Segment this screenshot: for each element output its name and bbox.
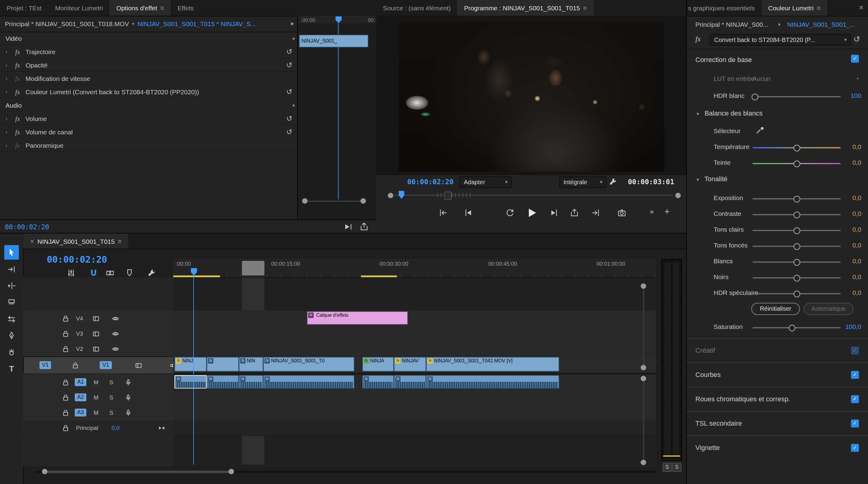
expand-icon[interactable]: ›: [5, 48, 11, 54]
lift-button[interactable]: [569, 208, 579, 218]
track-row-a1[interactable]: fx fx fx fx fx fx fx: [173, 374, 656, 390]
chevron-down-icon[interactable]: ▾: [132, 21, 134, 26]
solo-left-button[interactable]: S: [662, 463, 672, 472]
play-around-icon[interactable]: [343, 222, 353, 232]
section-audio[interactable]: Audio ▴: [0, 98, 297, 112]
vertical-scrollbar-track[interactable]: [643, 381, 644, 460]
track-output-icon[interactable]: [134, 361, 143, 369]
step-back-button[interactable]: [463, 208, 473, 218]
track-row-a2[interactable]: [173, 390, 656, 405]
tab-lumetri-monitor[interactable]: Moniteur Lumetri: [48, 0, 110, 16]
reset-effect-icon[interactable]: ↺: [286, 114, 292, 123]
snap-icon[interactable]: [89, 268, 98, 278]
section-color-wheels-checkbox[interactable]: ✓: [851, 395, 859, 403]
track-row-v4[interactable]: fx Calque d'effets: [173, 311, 656, 327]
slider-value[interactable]: 0,0: [838, 257, 861, 265]
mini-scrollbar-handle-right[interactable]: [361, 198, 366, 204]
panel-menu-icon[interactable]: ≡: [160, 4, 164, 11]
track-name[interactable]: A1: [75, 378, 86, 386]
program-current-timecode[interactable]: 00:00:02:20: [407, 178, 454, 186]
tab-effects[interactable]: Effets: [171, 0, 200, 16]
audio-clip[interactable]: fx: [239, 375, 263, 389]
lock-icon[interactable]: [61, 344, 70, 353]
tint-slider[interactable]: [752, 163, 841, 164]
scroll-handle[interactable]: [641, 376, 646, 381]
lock-icon[interactable]: [61, 378, 70, 386]
master-pan-value[interactable]: 0,0: [112, 424, 119, 431]
solo-button[interactable]: S: [110, 394, 113, 401]
track-row-v2[interactable]: [173, 341, 656, 357]
reset-effect-icon[interactable]: ↺: [286, 127, 292, 136]
zoom-handle-left[interactable]: [42, 469, 48, 474]
mute-button[interactable]: M: [94, 379, 98, 386]
slider-handle[interactable]: [793, 259, 800, 266]
more-buttons-chevron[interactable]: »: [650, 207, 654, 216]
expand-icon[interactable]: ›: [5, 88, 11, 95]
track-name[interactable]: A3: [75, 409, 86, 417]
tool-selection[interactable]: [4, 245, 19, 260]
zoom-level-select[interactable]: Adapter ▾: [460, 176, 512, 188]
adjustment-layer-clip[interactable]: fx Calque d'effets: [307, 311, 408, 325]
hdr-white-slider[interactable]: [752, 96, 841, 97]
contrast-slider[interactable]: [752, 214, 841, 215]
tool-razor[interactable]: [4, 295, 19, 309]
track-row-v3[interactable]: [173, 326, 656, 342]
audio-clip[interactable]: fx: [263, 375, 354, 389]
tab-essential-graphics[interactable]: s graphiques essentiels: [687, 0, 761, 16]
lock-icon[interactable]: [61, 314, 70, 323]
goto-out-button[interactable]: [591, 208, 600, 218]
slider-handle[interactable]: [793, 196, 800, 203]
temperature-value[interactable]: 0,0: [838, 143, 861, 150]
slider-handle[interactable]: [793, 291, 800, 297]
video-clip[interactable]: fxNINJ: [175, 357, 207, 371]
pan-icon[interactable]: [157, 423, 166, 432]
solo-button[interactable]: S: [110, 379, 113, 386]
saturation-value[interactable]: 100,0: [838, 323, 861, 330]
slider-value[interactable]: 0,0: [838, 273, 861, 280]
tab-effect-options[interactable]: Options d'effet ≡: [110, 0, 171, 16]
settings-wrench-icon[interactable]: [608, 177, 618, 187]
tab-source[interactable]: Source : (sans élément): [376, 0, 457, 16]
audio-clip-selected[interactable]: fx: [175, 375, 207, 389]
effect-row-volume-canal[interactable]: › fx Volume de canal ↺: [0, 125, 297, 139]
expand-icon[interactable]: ›: [5, 115, 11, 121]
section-creative[interactable]: Créatif ✓: [687, 338, 868, 363]
video-clip[interactable]: fx: [207, 357, 239, 371]
section-curves-checkbox[interactable]: ✓: [851, 371, 859, 379]
track-header-a3[interactable]: A3 M S: [23, 405, 173, 421]
reset-effect-icon[interactable]: ↺: [854, 35, 860, 44]
lock-icon[interactable]: [71, 361, 80, 369]
shadows-slider[interactable]: [752, 246, 841, 247]
track-row-master[interactable]: [173, 420, 656, 436]
loop-playback-button[interactable]: [505, 208, 515, 218]
effect-row-trajectoire[interactable]: › fx Trajectoire ↺: [0, 45, 297, 58]
slider-value[interactable]: 0,0: [838, 194, 861, 201]
work-area-bar[interactable]: [242, 261, 265, 275]
tool-ripple-edit[interactable]: [4, 278, 19, 293]
track-name[interactable]: V4: [76, 315, 83, 322]
slider-value[interactable]: 0,0: [838, 225, 861, 233]
scroll-handle[interactable]: [641, 283, 646, 289]
tab-lumetri-color[interactable]: Couleur Lumetri ≡: [761, 0, 827, 16]
hdr-white-value[interactable]: 100: [838, 92, 861, 99]
slider-handle[interactable]: [793, 145, 800, 151]
mini-scrollbar-track[interactable]: [306, 201, 364, 202]
effect-row-volume[interactable]: › fx Volume ↺: [0, 112, 297, 125]
mic-icon[interactable]: [124, 378, 133, 386]
blacks-slider[interactable]: [752, 277, 841, 278]
tool-pen[interactable]: [4, 328, 19, 343]
saturation-slider[interactable]: [752, 327, 841, 328]
video-clip[interactable]: fxNINJAV_S001_S001_T042.MOV [V]: [426, 357, 559, 371]
track-row-v1[interactable]: fxNINJ fx fxNIN fxNINJAV_S001_S001_T0 fx…: [173, 356, 656, 373]
scrubber-right-end[interactable]: [675, 193, 681, 198]
close-panel-icon[interactable]: ✕: [859, 4, 864, 11]
track-name[interactable]: V1: [100, 361, 112, 369]
white-balance-header[interactable]: ▾ Balance des blancs: [696, 110, 763, 117]
basic-correction-header[interactable]: Correction de base: [695, 56, 752, 63]
video-clip[interactable]: fxNINJAV: [394, 357, 426, 371]
timeline-settings-icon[interactable]: [147, 268, 156, 278]
panel-menu-icon[interactable]: ≡: [118, 237, 122, 245]
scrubber-left-end[interactable]: [388, 193, 393, 198]
video-clip[interactable]: fxNINJA: [362, 357, 394, 371]
track-name[interactable]: V3: [76, 330, 83, 337]
